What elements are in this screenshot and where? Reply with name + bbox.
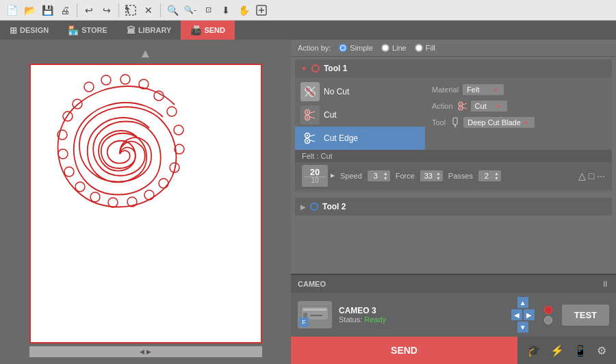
force-value-box[interactable]: 33 ▲ ▼: [420, 170, 443, 181]
tool1-name: Tool 1: [324, 64, 347, 73]
cameo-collapse-icon[interactable]: ⏸: [601, 279, 609, 289]
radio-simple-label: Simple: [350, 44, 373, 52]
cut-edge-label: Cut Edge: [324, 133, 420, 143]
tab-library[interactable]: 🏛 LIBRARY: [117, 21, 181, 40]
speed-up[interactable]: ▲: [383, 171, 388, 176]
speed-stepper[interactable]: ▲ ▼: [383, 171, 388, 181]
svg-point-11: [167, 107, 177, 116]
passes-up[interactable]: ▲: [494, 171, 499, 176]
send-button[interactable]: SEND: [291, 337, 517, 364]
tool2-section: ▶ Tool 2: [295, 198, 612, 216]
toolbar-down[interactable]: ⬇: [218, 3, 233, 18]
cameo-status-label: Status:: [339, 315, 362, 324]
force-down[interactable]: ▼: [436, 176, 441, 181]
force-up[interactable]: ▲: [436, 171, 441, 176]
nav-right-btn[interactable]: ▶: [524, 309, 535, 320]
cut-row-cutedge[interactable]: Cut Edge: [295, 127, 425, 150]
tool2-name: Tool 2: [322, 202, 346, 211]
deep-cut-blade-icon: [450, 117, 461, 128]
cameo-header: CAMEO ⏸: [291, 274, 616, 293]
tab-send[interactable]: 📠 SEND: [181, 21, 235, 40]
toolbar-hand[interactable]: ✋: [236, 3, 251, 18]
bluetooth-icon[interactable]: ⚡: [550, 344, 564, 357]
speed-down[interactable]: ▼: [383, 176, 388, 181]
design-tab-icon: ⊞: [10, 25, 17, 36]
canvas-ruler: ◀ ▶: [29, 346, 262, 357]
svg-point-7: [101, 75, 111, 85]
tool-row: Tool Deep Cut Blade ▼: [428, 114, 609, 131]
radio-fill[interactable]: Fill: [415, 44, 435, 52]
toolbar-add[interactable]: [254, 3, 269, 18]
svg-rect-53: [303, 309, 326, 311]
nav-arrows-container: ▲ ◀ ▶ ▼: [511, 297, 535, 333]
tab-store[interactable]: 🏪 STORE: [58, 21, 117, 40]
tool1-circle: [311, 64, 320, 73]
action-label: Action: [432, 102, 453, 110]
nav-arrows: ▲ ◀ ▶ ▼: [511, 297, 535, 333]
cameo-status-value: Ready: [364, 315, 386, 324]
speed-arrows[interactable]: ▶: [331, 173, 335, 179]
speed-value-box[interactable]: 3 ▲ ▼: [368, 170, 390, 181]
bottom-bar: SEND 🎓 ⚡ 📱 ⚙: [291, 337, 616, 364]
nav-down-btn[interactable]: ▼: [517, 322, 528, 333]
toolbar-undo[interactable]: ↩: [81, 3, 97, 18]
cameo-f-badge-text: F: [302, 319, 306, 326]
material-dropdown-container[interactable]: Felt ▼: [463, 84, 605, 95]
tool-dropdown-container[interactable]: Deep Cut Blade ▼: [450, 117, 605, 128]
toolbar-zoom-in[interactable]: 🔍: [165, 3, 180, 18]
toolbar-new[interactable]: 📄: [4, 3, 19, 18]
store-tab-icon: 🏪: [68, 25, 79, 36]
tool-dropdown[interactable]: Deep Cut Blade ▼: [463, 117, 535, 128]
tab-design-label: DESIGN: [20, 26, 49, 34]
passes-down[interactable]: ▼: [494, 176, 499, 181]
tool-label: Tool: [432, 118, 446, 127]
action-row: Action Cut ▼: [428, 98, 609, 114]
tool1-header[interactable]: ▼ Tool 1: [295, 60, 612, 77]
passes-stepper[interactable]: ▲ ▼: [494, 171, 499, 181]
settings-icon[interactable]: ⚙: [597, 344, 606, 357]
tab-send-label: SEND: [204, 26, 225, 34]
action-dropdown-container[interactable]: Cut ▼: [457, 101, 605, 112]
radio-line[interactable]: Line: [381, 44, 407, 52]
no-cut-icon: [300, 82, 320, 101]
nav-left-btn[interactable]: ◀: [511, 309, 522, 320]
scroll-up-arrow[interactable]: ▲: [140, 47, 152, 61]
status-dot-red: [544, 306, 552, 314]
passes-value: 2: [480, 172, 493, 180]
passes-value-box[interactable]: 2 ▲ ▼: [478, 170, 501, 181]
toolbar-select[interactable]: [123, 3, 138, 18]
more-icon[interactable]: ···: [597, 170, 605, 181]
sep1: [77, 3, 77, 17]
tool-value-container: Deep Cut Blade ▼: [450, 117, 535, 128]
triangle-shape-icon[interactable]: △: [578, 170, 586, 181]
radio-simple[interactable]: Simple: [339, 44, 373, 52]
toolbar-redo[interactable]: ↪: [99, 3, 114, 18]
tool2-header[interactable]: ▶ Tool 2: [295, 198, 612, 216]
phone-icon[interactable]: 📱: [574, 344, 587, 357]
cut-action-icon: [457, 101, 468, 112]
cut-row-cut[interactable]: Cut: [295, 103, 425, 127]
graduate-icon[interactable]: 🎓: [527, 344, 541, 357]
action-dropdown[interactable]: Cut ▼: [471, 101, 507, 112]
cut-row-nocut[interactable]: No Cut: [295, 80, 425, 103]
toolbar-save[interactable]: 💾: [40, 3, 55, 18]
nav-up-btn[interactable]: ▲: [517, 297, 528, 308]
tab-store-label: STORE: [81, 26, 107, 34]
cut-type-list: No Cut Cut: [295, 80, 425, 150]
toolbar-print[interactable]: 🖨: [57, 3, 73, 18]
send-tab-icon: 📠: [190, 25, 201, 36]
toolbar-zoom-fit[interactable]: ⊡: [201, 3, 216, 18]
spiral-design: [38, 72, 202, 236]
radio-line-label: Line: [392, 44, 407, 52]
toolbar-x[interactable]: ✕: [141, 3, 156, 18]
toolbar-open[interactable]: 📂: [22, 3, 37, 18]
test-button[interactable]: TEST: [562, 304, 609, 326]
speed-up-arrow[interactable]: ▶: [331, 173, 335, 179]
svg-point-12: [174, 125, 183, 135]
square-shape-icon[interactable]: □: [589, 170, 594, 181]
material-value[interactable]: Felt ▼: [463, 84, 504, 95]
tab-design[interactable]: ⊞ DESIGN: [0, 21, 58, 40]
toolbar-zoom-out[interactable]: 🔍-: [183, 3, 198, 18]
felt-cut-bar: Felt : Cut: [295, 150, 612, 162]
force-stepper[interactable]: ▲ ▼: [436, 171, 441, 181]
